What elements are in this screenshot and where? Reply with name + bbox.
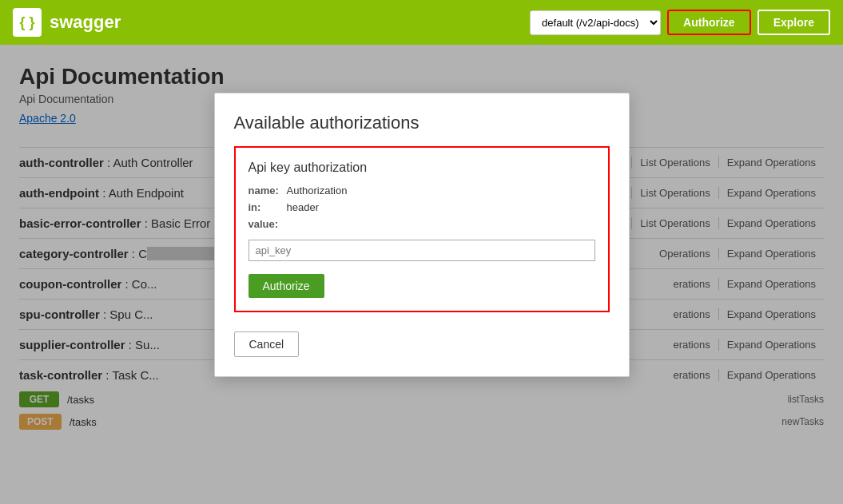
app-header: { } swagger default (/v2/api-docs) Autho… <box>0 0 843 45</box>
auth-name-label: name: <box>249 185 280 196</box>
header-brand: { } swagger <box>13 8 121 37</box>
swagger-logo: { } <box>13 8 42 37</box>
auth-section: Api key authorization name: Authorizatio… <box>234 146 610 312</box>
api-docs-select[interactable]: default (/v2/api-docs) <box>530 10 661 35</box>
auth-section-title: Api key authorization <box>249 161 595 175</box>
main-content: Api Documentation Api Documentation Apac… <box>0 45 843 504</box>
modal-overlay: Available authorizations Api key authori… <box>0 45 843 504</box>
auth-value-row: value: <box>249 218 595 261</box>
header-actions: default (/v2/api-docs) Authorize Explore <box>530 10 830 35</box>
auth-in-label: in: <box>249 201 280 213</box>
auth-value-input[interactable] <box>249 240 595 261</box>
authorize-modal-button[interactable]: Authorize <box>249 274 324 298</box>
auth-name-row: name: Authorization <box>249 185 595 196</box>
explore-button[interactable]: Explore <box>758 10 830 35</box>
app-title: swagger <box>50 12 121 33</box>
auth-name-value: Authorization <box>287 185 348 196</box>
auth-value-label: value: <box>249 218 280 230</box>
authorize-header-button[interactable]: Authorize <box>667 10 751 35</box>
auth-in-row: in: header <box>249 201 595 213</box>
cancel-button[interactable]: Cancel <box>234 331 300 357</box>
auth-in-value: header <box>287 201 319 213</box>
logo-symbol: { } <box>19 14 34 31</box>
modal-title: Available authorizations <box>234 113 610 133</box>
auth-modal: Available authorizations Api key authori… <box>214 93 630 377</box>
